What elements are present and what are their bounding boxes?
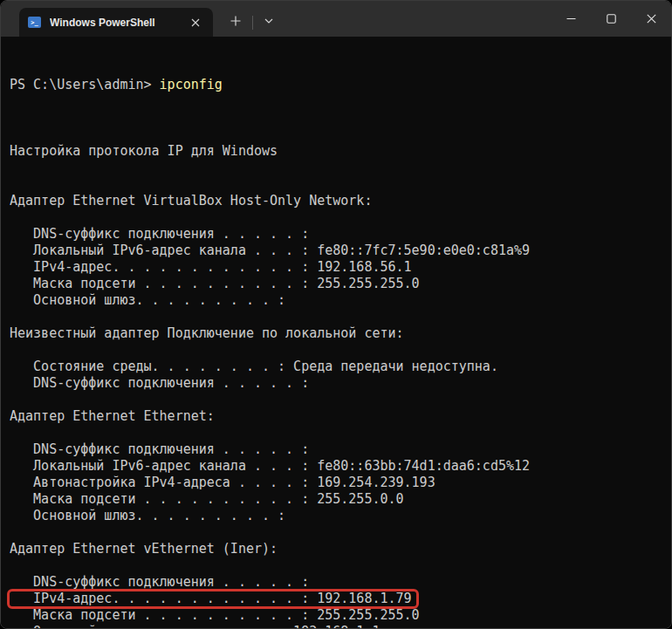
terminal-line: Основной шлюз. . . . . . . . . : 192.168… <box>10 624 671 628</box>
close-icon <box>647 14 656 24</box>
terminal-line <box>10 557 671 574</box>
terminal-line: DNS-суффикс подключения . . . . . : <box>10 226 671 243</box>
terminal-line <box>10 425 671 441</box>
terminal-line <box>10 309 671 325</box>
tabbar-separator <box>252 16 253 30</box>
tab-close-button[interactable] <box>185 12 206 33</box>
titlebar: >_ Windows PowerShell <box>1 1 671 37</box>
prompt-line: PS C:\Users\admin> ipconfig <box>10 77 671 93</box>
ipv4-highlight-box <box>7 589 419 609</box>
terminal-line: Адаптер Ethernet VirtualBox Host-Only Ne… <box>10 193 671 209</box>
powershell-icon: >_ <box>28 17 41 28</box>
powershell-window: >_ Windows PowerShell <box>0 0 672 629</box>
terminal-line: Основной шлюз. . . . . . . . . : <box>10 292 671 309</box>
maximize-icon <box>607 14 616 24</box>
tab-dropdown-button[interactable] <box>256 8 282 34</box>
terminal-line: Локальный IPv6-адрес канала . . . : fe80… <box>10 458 671 475</box>
terminal-line: Маска подсети . . . . . . . . . . : 255.… <box>10 491 671 508</box>
terminal-line: Адаптер Ethernet vEthernet (Iner): <box>10 541 671 557</box>
terminal-line <box>10 392 671 408</box>
terminal-line: Маска подсети . . . . . . . . . . : 255.… <box>10 607 671 624</box>
titlebar-drag-region[interactable] <box>282 1 551 37</box>
terminal-line <box>10 126 671 143</box>
command-text: ipconfig <box>160 77 223 92</box>
terminal-line: IPv4-адрес. . . . . . . . . . . . : 192.… <box>10 259 671 276</box>
terminal-line: Адаптер Ethernet Ethernet: <box>10 408 671 425</box>
terminal-line: Локальный IPv6-адрес канала . . . : fe80… <box>10 243 671 259</box>
terminal-line: DNS-суффикс подключения . . . . . : <box>10 375 671 392</box>
terminal-line <box>10 176 671 193</box>
terminal-line: DNS-суффикс подключения . . . . . : <box>10 441 671 458</box>
terminal-line: Состояние среды. . . . . . . . : Среда п… <box>10 359 671 375</box>
window-controls <box>551 1 671 37</box>
maximize-button[interactable] <box>591 1 631 37</box>
terminal-line: Настройка протокола IP для Windows <box>10 143 671 160</box>
close-icon <box>191 18 200 27</box>
tab-title: Windows PowerShell <box>50 17 185 29</box>
close-window-button[interactable] <box>631 1 671 37</box>
highlighted-ipv4-line: IPv4-адрес. . . . . . . . . . . . : 192.… <box>10 591 671 607</box>
terminal-line <box>10 209 671 226</box>
terminal-line: DNS-суффикс подключения . . . . . : <box>10 574 671 591</box>
output-lines: Настройка протокола IP для WindowsАдапте… <box>10 126 671 628</box>
terminal-line: Автонастройка IPv4-адреса . . . . : 169.… <box>10 475 671 491</box>
terminal-line <box>10 342 671 359</box>
new-tab-button[interactable] <box>222 8 250 34</box>
minimize-button[interactable] <box>551 1 591 37</box>
terminal-line: Основной шлюз. . . . . . . . . : <box>10 508 671 524</box>
terminal-line: Неизвестный адаптер Подключение по локал… <box>10 325 671 342</box>
terminal-line <box>10 524 671 541</box>
terminal-line <box>10 160 671 176</box>
minimize-icon <box>566 14 576 24</box>
tab-windows-powershell[interactable]: >_ Windows PowerShell <box>19 8 213 37</box>
chevron-down-icon <box>264 18 273 24</box>
terminal-line: Маска подсети . . . . . . . . . . : 255.… <box>10 276 671 292</box>
terminal-content[interactable]: PS C:\Users\admin> ipconfig Настройка пр… <box>1 37 671 628</box>
prompt-text: PS C:\Users\admin> <box>10 77 160 92</box>
plus-icon <box>230 16 241 26</box>
